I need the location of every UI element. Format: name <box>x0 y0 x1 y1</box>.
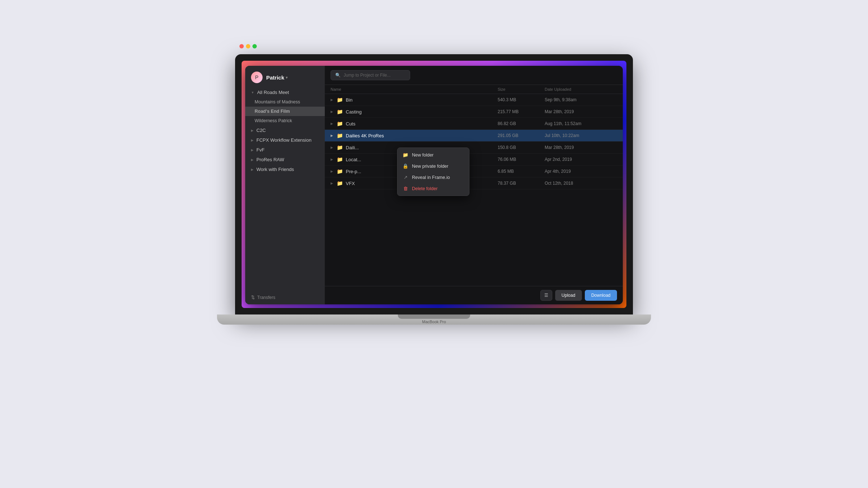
new-private-folder-label: New private folder <box>412 164 448 169</box>
file-name-prep: Pre-p... <box>346 169 361 174</box>
file-size-locations: 76.06 MB <box>498 157 545 162</box>
file-date-dailies: Jul 10th, 10:22am <box>545 133 617 138</box>
user-name-button[interactable]: Patrick ▾ <box>266 74 288 81</box>
sidebar-child-label-wilderness: Wilderness Patrick <box>255 118 292 123</box>
transfers-label: Transfers <box>257 295 275 300</box>
sidebar-item-mountains[interactable]: Mountains of Madness <box>245 97 325 107</box>
file-row-vfx[interactable]: ▶ 📁 VFX 78.37 GB Oct 12th, 2018 <box>325 177 623 189</box>
collapsed-arrow-icon-prores: ▶ <box>251 158 254 162</box>
file-date-prep: Apr 4th, 2019 <box>545 169 617 174</box>
sidebar-footer[interactable]: ⇅ Transfers <box>245 290 325 304</box>
chevron-down-icon: ▾ <box>286 76 288 80</box>
context-menu-item-new-folder[interactable]: 📁 New folder <box>397 149 469 160</box>
traffic-light-yellow[interactable] <box>246 44 250 48</box>
laptop-base: MacBook Pro <box>217 314 651 325</box>
expand-btn-cuts: ▶ <box>331 122 333 125</box>
sidebar-projects: ▼ All Roads Meet Mountains of Madness Ro… <box>245 86 325 176</box>
file-date-bin: Sep 9th, 9:38am <box>545 97 617 102</box>
reveal-label: Reveal in Frame.io <box>412 175 450 180</box>
column-date: Date Uploaded <box>545 87 617 91</box>
file-size-cuts: 86.82 GB <box>498 121 545 126</box>
file-row-bin[interactable]: ▶ 📁 Bin 540.3 MB Sep 9th, 9:38am <box>325 94 623 106</box>
file-date-locations: Apr 2nd, 2019 <box>545 157 617 162</box>
sidebar-item-all-roads-meet[interactable]: ▼ All Roads Meet <box>245 87 325 97</box>
upload-button[interactable]: Upload <box>555 290 582 301</box>
expanded-arrow-icon: ▼ <box>251 91 254 94</box>
user-name-label: Patrick <box>266 74 284 81</box>
file-size-bin: 540.3 MB <box>498 97 545 102</box>
sidebar-project-c2c: C2C <box>256 128 266 133</box>
file-name-casting: Casting <box>346 109 362 115</box>
file-row-prep[interactable]: ▶ 📁 Pre-p... 6.85 MB Apr 4th, 2019 <box>325 166 623 177</box>
sidebar-item-fvf[interactable]: ▶ FvF <box>245 145 325 155</box>
expand-btn-bin: ▶ <box>331 98 333 102</box>
delete-label: Delete folder <box>412 186 438 191</box>
expand-btn-dailies2: ▶ <box>331 146 333 149</box>
file-name-cell-casting: ▶ 📁 Casting <box>331 109 498 115</box>
folder-icon-casting: 📁 <box>337 109 343 115</box>
file-row-locations[interactable]: ▶ 📁 Locat... 76.06 MB Apr 2nd, 2019 <box>325 154 623 166</box>
laptop-model-label: MacBook Pro <box>422 320 446 324</box>
sidebar-item-prores-raw[interactable]: ▶ ProRes RAW <box>245 155 325 164</box>
file-name-dailies2: Daili... <box>346 145 359 150</box>
file-name-cell-cuts: ▶ 📁 Cuts <box>331 121 498 127</box>
file-size-dailies: 291.05 GB <box>498 133 545 138</box>
folder-icon-dailies2: 📁 <box>337 145 343 150</box>
folder-icon-locations: 📁 <box>337 157 343 162</box>
expand-btn-casting: ▶ <box>331 110 333 114</box>
private-folder-icon: 🔒 <box>403 163 408 169</box>
sidebar-item-c2c[interactable]: ▶ C2C <box>245 125 325 135</box>
new-folder-label: New folder <box>412 153 434 158</box>
sidebar-item-work-with-friends[interactable]: ▶ Work with Friends <box>245 164 325 174</box>
file-size-vfx: 78.37 GB <box>498 181 545 186</box>
laptop-screen: P Patrick ▾ ▼ All Roads Meet <box>242 61 626 308</box>
sidebar-item-wilderness[interactable]: Wilderness Patrick <box>245 116 325 125</box>
file-name-cuts: Cuts <box>346 121 356 127</box>
folder-icon-cuts: 📁 <box>337 121 343 127</box>
file-name-cell-dailies: ▶ 📁 Dailies 4K ProRes <box>331 133 498 138</box>
sidebar-item-fcpx[interactable]: ▶ FCPX Workflow Extension <box>245 135 325 145</box>
file-date-vfx: Oct 12th, 2018 <box>545 181 617 186</box>
sidebar-project-label: All Roads Meet <box>257 90 289 95</box>
list-view-button[interactable]: ☰ <box>540 290 552 301</box>
expand-btn-prep: ▶ <box>331 170 333 173</box>
file-row-dailies2[interactable]: ▶ 📁 Daili... 150.8 GB Mar 28th, 2019 <box>325 142 623 154</box>
traffic-light-green[interactable] <box>252 44 257 48</box>
sidebar-project-fcpx: FCPX Workflow Extension <box>256 137 311 143</box>
search-bar[interactable]: 🔍 Jump to Project or File... <box>331 70 410 80</box>
file-size-dailies2: 150.8 GB <box>498 145 545 150</box>
sidebar-child-label-active: Road's End Film <box>255 109 290 114</box>
file-name-cell: ▶ 📁 Bin <box>331 97 498 103</box>
folder-icon-dailies: 📁 <box>337 133 343 138</box>
traffic-lights <box>239 44 257 48</box>
file-size-prep: 6.85 MB <box>498 169 545 174</box>
file-row-cuts[interactable]: ▶ 📁 Cuts 86.82 GB Aug 11th, 11:52am <box>325 118 623 130</box>
context-menu: 📁 New folder 🔒 New private folder ↗ <box>397 147 469 196</box>
reveal-icon: ↗ <box>403 175 408 180</box>
collapsed-arrow-icon-fvf: ▶ <box>251 148 254 152</box>
search-placeholder: Jump to Project or File... <box>344 73 391 78</box>
context-menu-item-delete[interactable]: 🗑 Delete folder <box>397 183 469 194</box>
file-name-vfx: VFX <box>346 181 355 186</box>
context-menu-item-reveal[interactable]: ↗ Reveal in Frame.io <box>397 172 469 183</box>
expand-btn-locations: ▶ <box>331 158 333 161</box>
traffic-light-red[interactable] <box>239 44 244 48</box>
new-folder-icon: 📁 <box>403 152 408 158</box>
laptop-outer: P Patrick ▾ ▼ All Roads Meet <box>152 54 716 434</box>
app-window: P Patrick ▾ ▼ All Roads Meet <box>245 66 623 304</box>
sidebar-project-wwf: Work with Friends <box>256 167 294 172</box>
download-button[interactable]: Download <box>585 290 617 301</box>
column-name: Name <box>331 87 498 91</box>
sidebar-project-fvf: FvF <box>256 147 264 153</box>
file-size-casting: 215.77 MB <box>498 109 545 114</box>
file-row-casting[interactable]: ▶ 📁 Casting 215.77 MB Mar 28th, 2019 <box>325 106 623 118</box>
bottom-bar: ☰ Upload Download <box>325 286 623 304</box>
file-row-dailies-4k[interactable]: ▶ 📁 Dailies 4K ProRes 291.05 GB Jul 10th… <box>325 130 623 142</box>
context-menu-item-new-private-folder[interactable]: 🔒 New private folder <box>397 160 469 172</box>
folder-icon-vfx: 📁 <box>337 180 343 186</box>
sidebar-item-roads-end[interactable]: Road's End Film <box>245 107 325 116</box>
folder-icon-prep: 📁 <box>337 168 343 174</box>
file-date-cuts: Aug 11th, 11:52am <box>545 121 617 126</box>
toolbar: 🔍 Jump to Project or File... <box>325 66 623 85</box>
laptop-notch <box>398 314 470 319</box>
